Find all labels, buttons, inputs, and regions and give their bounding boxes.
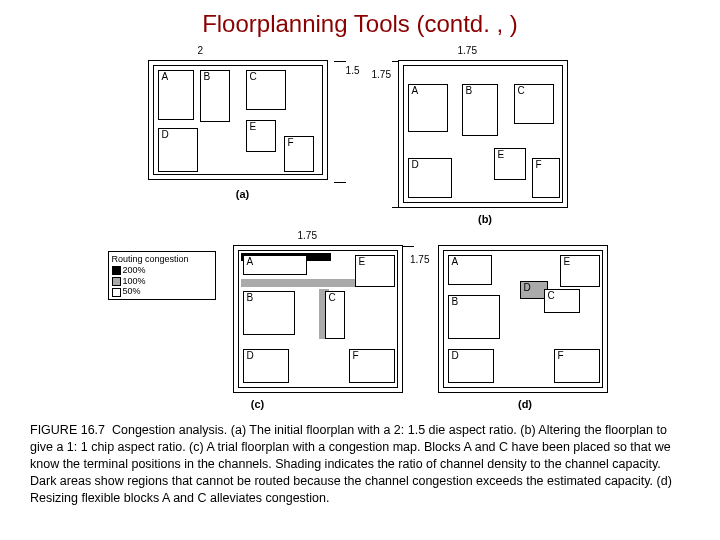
block-label: E [498, 149, 505, 160]
page-title: Floorplanning Tools (contd. , ) [30, 10, 690, 38]
dim-a-height: 1.5 [346, 66, 360, 76]
block-label: D [162, 129, 169, 140]
block-label: F [536, 159, 542, 170]
panel-b: 1.75 1.75 A B C D E F (b) [398, 48, 573, 225]
block-label: F [558, 350, 564, 361]
block-c-C: C [325, 291, 345, 339]
panel-c-label: (c) [251, 398, 264, 410]
block-c-E: E [355, 255, 395, 287]
block-label: D [524, 282, 531, 293]
dim-b-height: 1.75 [372, 70, 391, 80]
block-d-B: B [448, 295, 500, 339]
block-label: A [412, 85, 419, 96]
legend-item: 200% [123, 265, 146, 275]
figure-number: FIGURE 16.7 [30, 423, 105, 437]
block-b-F: F [532, 158, 560, 198]
swatch-100 [112, 277, 121, 286]
block-d-E: E [560, 255, 600, 287]
block-label: B [247, 292, 254, 303]
legend-item: 50% [123, 286, 141, 296]
block-label: D [452, 350, 459, 361]
block-a-A: A [158, 70, 194, 120]
block-b-A: A [408, 84, 448, 132]
block-c-D: D [243, 349, 289, 383]
block-b-C: C [514, 84, 554, 124]
caption-text: Congestion analysis. (a) The initial flo… [30, 423, 672, 505]
legend-item: 100% [123, 276, 146, 286]
block-a-E: E [246, 120, 276, 152]
block-a-C: C [246, 70, 286, 110]
figure-panels: 2 1.5 A B C D E F (a) [30, 48, 690, 410]
block-label: A [452, 256, 459, 267]
swatch-200 [112, 266, 121, 275]
block-label: B [466, 85, 473, 96]
block-label: D [247, 350, 254, 361]
panel-a: 2 1.5 A B C D E F (a) [148, 48, 338, 200]
block-d-D2: D [448, 349, 494, 383]
block-d-F: F [554, 349, 600, 383]
block-label: F [288, 137, 294, 148]
dim-b-width: 1.75 [458, 46, 477, 56]
swatch-50 [112, 288, 121, 297]
block-label: C [548, 290, 555, 301]
block-label: C [518, 85, 525, 96]
block-c-A: A [243, 255, 307, 275]
legend-title: Routing congestion [112, 254, 212, 265]
block-label: E [250, 121, 257, 132]
block-a-F: F [284, 136, 314, 172]
block-label: B [204, 71, 211, 82]
block-label: E [359, 256, 366, 267]
panel-d: A E D C B D F (d) [438, 233, 613, 410]
dim-c-width: 1.75 [298, 231, 317, 241]
block-label: A [247, 256, 254, 267]
block-a-B: B [200, 70, 230, 122]
block-label: C [250, 71, 257, 82]
dim-c-height: 1.75 [410, 255, 429, 265]
block-label: C [329, 292, 336, 303]
block-c-F: F [349, 349, 395, 383]
panel-a-label: (a) [236, 188, 249, 200]
figure-caption: FIGURE 16.7 Congestion analysis. (a) The… [30, 422, 690, 506]
block-label: E [564, 256, 571, 267]
block-d-A: A [448, 255, 492, 285]
block-b-D: D [408, 158, 452, 198]
block-b-B: B [462, 84, 498, 136]
congestion-legend: Routing congestion 200% 100% 50% [108, 251, 216, 300]
block-b-E: E [494, 148, 526, 180]
block-c-B: B [243, 291, 295, 335]
panel-b-label: (b) [478, 213, 492, 225]
block-label: B [452, 296, 459, 307]
block-label: D [412, 159, 419, 170]
block-d-C: C [544, 289, 580, 313]
dim-a-width: 2 [198, 46, 204, 56]
panel-c: Routing congestion 200% 100% 50% 1.75 1.… [108, 233, 408, 410]
block-label: F [353, 350, 359, 361]
block-a-D: D [158, 128, 198, 172]
panel-d-label: (d) [518, 398, 532, 410]
block-label: A [162, 71, 169, 82]
